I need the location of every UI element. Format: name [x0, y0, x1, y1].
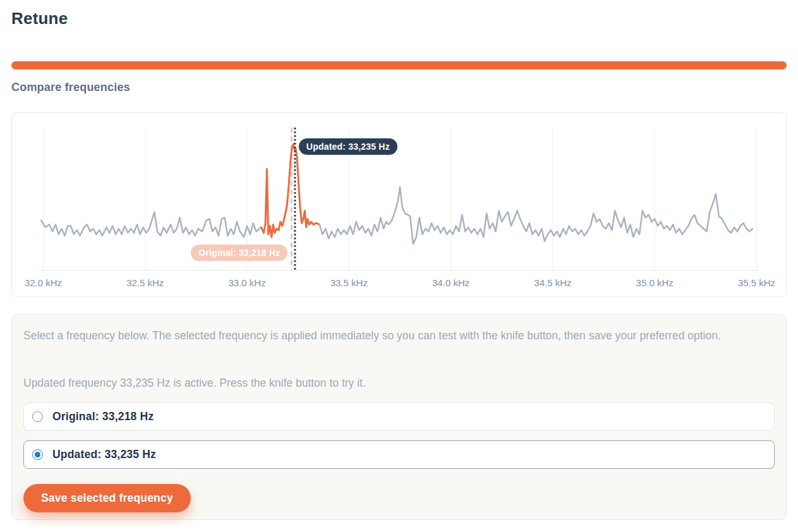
option-updated-frequency[interactable]: Updated: 33,235 Hz [23, 440, 775, 469]
x-axis-tick-label: 34.5 kHz [534, 277, 571, 288]
radio-dot [35, 452, 40, 457]
x-axis-tick-label: 35.0 kHz [636, 277, 674, 288]
page-title: Retune [11, 9, 68, 28]
active-frequency-status: Updated frequency 33,235 Hz is active. P… [23, 373, 758, 392]
frequency-selection-panel: Select a frequency below. The selected f… [11, 314, 787, 520]
option-original-frequency[interactable]: Original: 33,218 Hz [23, 402, 775, 431]
radio-button-icon[interactable] [32, 449, 43, 460]
x-axis-tick-label: 35.5 kHz [738, 277, 775, 288]
section-heading: Compare frequencies [11, 81, 130, 94]
instructions-text: Select a frequency below. The selected f… [23, 326, 758, 345]
save-selected-frequency-button[interactable]: Save selected frequency [23, 484, 191, 512]
original-frequency-badge: Original: 33,218 Hz [191, 245, 287, 261]
frequency-spectrum-chart [12, 113, 786, 296]
x-axis-tick-label: 32.0 kHz [25, 277, 62, 288]
x-axis-tick-label: 33.0 kHz [228, 277, 265, 288]
option-original-label: Original: 33,218 Hz [52, 410, 154, 423]
x-axis-tick-label: 32.5 kHz [126, 277, 164, 288]
option-updated-label: Updated: 33,235 Hz [52, 448, 156, 461]
retune-page: Retune Compare frequencies 32.0 kHz32.5 … [0, 0, 798, 532]
chart-card: 32.0 kHz32.5 kHz33.0 kHz33.5 kHz34.0 kHz… [11, 112, 787, 297]
x-axis-tick-label: 34.0 kHz [432, 277, 469, 288]
progress-bar [11, 61, 787, 70]
radio-button-icon[interactable] [32, 411, 43, 422]
x-axis-tick-label: 33.5 kHz [330, 277, 368, 288]
updated-frequency-badge: Updated: 33,235 Hz [299, 138, 397, 155]
